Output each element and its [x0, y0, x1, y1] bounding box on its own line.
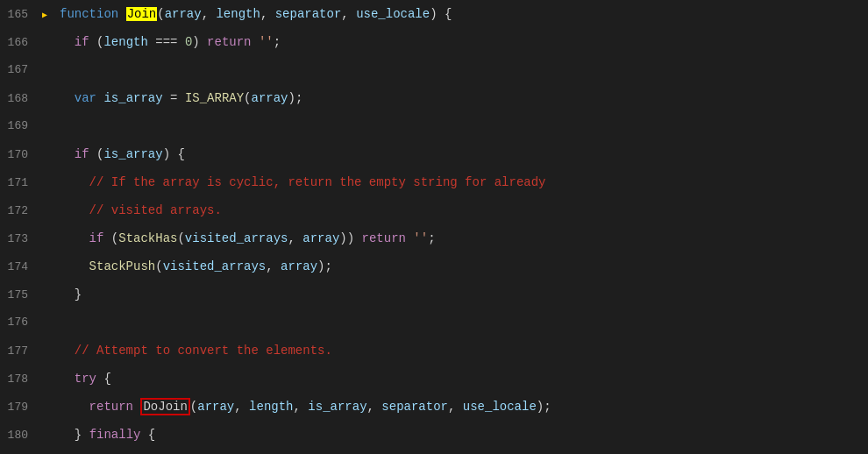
line-number: 172 [0, 197, 42, 225]
line-number: 180 [0, 422, 42, 450]
code-line: 177 // Attempt to convert the elements. [0, 337, 868, 365]
code-line: 167 [0, 56, 868, 84]
line-number: 177 [0, 337, 42, 365]
code-line: 178 try { [0, 365, 868, 393]
code-line: 174 StackPush(visited_arrays, array); [0, 252, 868, 280]
line-content: // visited arrays. [60, 196, 222, 224]
line-content: var is_array = IS_ARRAY(array); [60, 84, 302, 112]
line-number: 178 [0, 365, 42, 394]
line-number: 169 [0, 112, 42, 140]
line-content: if (StackHas(visited_arrays, array)) ret… [60, 224, 436, 252]
line-number: 176 [0, 309, 42, 337]
code-line: 173 if (StackHas(visited_arrays, array))… [0, 224, 868, 252]
line-content: if (length === 0) return ''; [60, 28, 281, 56]
line-content: StackPush(visited_arrays, array); [60, 252, 332, 280]
line-content: } [60, 280, 82, 309]
line-content: // If the array is cyclic, return the em… [60, 168, 546, 196]
code-line: 169 [0, 112, 868, 140]
code-line: 179 return DoJoin(array, length, is_arra… [0, 393, 868, 421]
line-content: } finally { [60, 421, 155, 449]
line-number: 171 [0, 169, 42, 197]
code-line: 176 [0, 309, 868, 337]
code-line: 166 if (length === 0) return ''; [0, 28, 868, 56]
code-line: 165▶function Join(array, length, separat… [0, 0, 868, 28]
line-number: 166 [0, 29, 42, 57]
code-line: 172 // visited arrays. [0, 196, 868, 224]
code-editor: 165▶function Join(array, length, separat… [0, 0, 868, 454]
line-number: 167 [0, 56, 42, 84]
arrow-gutter: ▶ [42, 2, 60, 30]
line-number: 168 [0, 85, 42, 113]
code-line: 180 } finally { [0, 421, 868, 449]
line-number: 179 [0, 394, 42, 422]
line-content: return DoJoin(array, length, is_array, s… [60, 393, 551, 421]
red-boxed-function-name: DoJoin [140, 398, 189, 415]
line-number: 174 [0, 253, 42, 281]
line-content: // Attempt to convert the elements. [60, 337, 332, 365]
code-line: 171 // If the array is cyclic, return th… [0, 168, 868, 196]
highlighted-function-name: Join [126, 7, 158, 21]
line-number: 165 [0, 1, 42, 29]
line-content: try { [60, 365, 111, 393]
code-line: 170 if (is_array) { [0, 140, 868, 168]
code-line: 175 } [0, 280, 868, 309]
line-number: 175 [0, 281, 42, 309]
line-content: function Join(array, length, separator, … [60, 0, 452, 28]
line-number: 173 [0, 225, 42, 253]
line-number: 170 [0, 141, 42, 169]
line-content: if (is_array) { [60, 140, 185, 168]
code-line: 168 var is_array = IS_ARRAY(array); [0, 84, 868, 112]
